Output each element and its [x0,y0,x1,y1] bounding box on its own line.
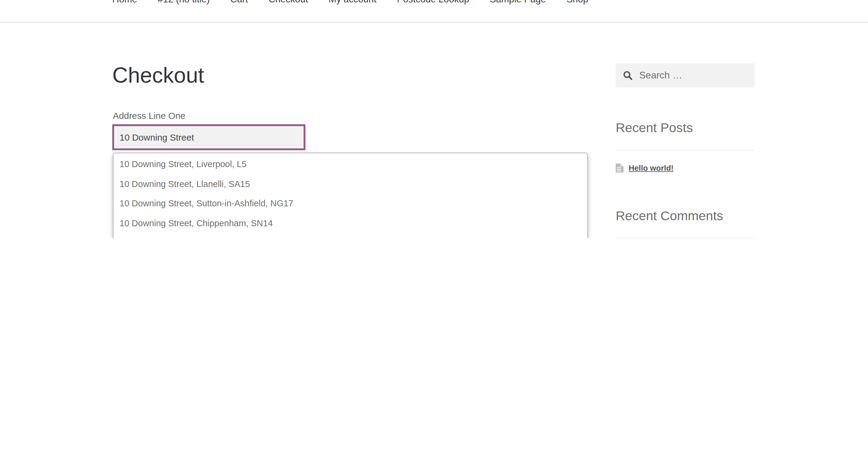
nav-item-cart[interactable]: Cart [230,0,248,5]
autocomplete-suggestion[interactable]: 10 Downing Street, Liverpool, L5 [114,154,587,174]
nav-item-12-no-title[interactable]: #12 (no title) [158,0,210,5]
search-box [616,63,754,88]
nav-item-home[interactable]: Home [112,0,137,5]
recent-posts-title: Recent Posts [616,120,693,136]
sidebar: Recent Posts Hello world! Recent Comment… [616,0,754,238]
search-input[interactable] [638,69,754,82]
nav-item-checkout[interactable]: Checkout [269,0,308,5]
page: Home #12 (no title) Cart Checkout My acc… [0,0,868,238]
address-line-one-field[interactable] [112,124,305,150]
autocomplete-suggestion[interactable]: 10 Downing Street, Chippenham, SN14 [114,213,587,233]
address-autocomplete-dropdown: 10 Downing Street, Liverpool, L5 10 Down… [113,153,588,238]
page-icon [616,163,623,172]
nav-item-postcode-lookup[interactable]: Postcode Lookup [397,0,469,5]
page-title: Checkout [112,63,204,88]
search-icon [623,71,632,80]
nav-item-shop[interactable]: Shop [566,0,588,5]
recent-post-item: Hello world! [616,162,674,174]
nav-item-sample-page[interactable]: Sample Page [490,0,546,5]
nav-item-my-account[interactable]: My account [329,0,377,5]
autocomplete-suggestion[interactable]: 10 Downing Street, Newport, NP19 [114,233,587,238]
autocomplete-suggestion[interactable]: 10 Downing Street, Llanelli, SA15 [114,174,587,194]
autocomplete-suggestion[interactable]: 10 Downing Street, Sutton-in-Ashfield, N… [114,194,587,213]
address-line-one-label: Address Line One [113,110,185,122]
recent-comments-title: Recent Comments [616,208,723,224]
recent-post-link[interactable]: Hello world! [629,163,674,172]
primary-nav: Home #12 (no title) Cart Checkout My acc… [112,0,588,5]
divider [616,150,754,150]
